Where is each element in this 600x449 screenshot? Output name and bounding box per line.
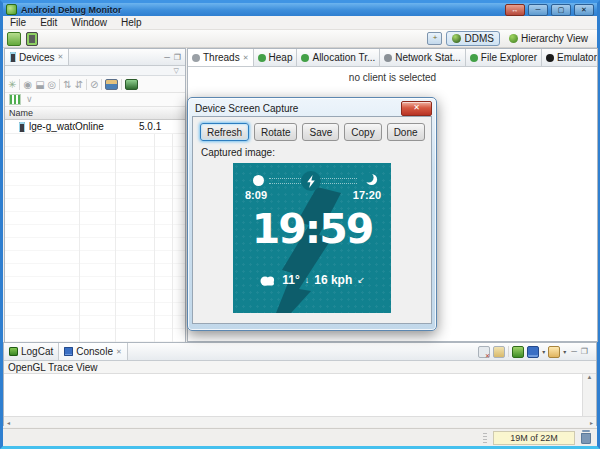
maximize-panel-icon[interactable]: ❐ <box>581 347 588 356</box>
tab-console[interactable]: Console ✕ <box>59 343 128 360</box>
console-panel: LogCat Console ✕ ▾ ▾ ─ ❐ <box>3 342 597 426</box>
update-heap-icon[interactable]: ◉ <box>23 79 32 90</box>
chevron-down-icon[interactable]: ▾ <box>542 348 545 355</box>
battery-charging-icon <box>301 171 321 191</box>
stop-process-icon[interactable]: ⊘ <box>90 79 98 90</box>
scroll-right-icon[interactable]: ▸ <box>590 419 593 426</box>
tab-devices[interactable]: Devices ✕ <box>5 49 69 65</box>
android-icon <box>470 54 478 62</box>
menu-file[interactable]: File <box>3 17 33 28</box>
window-title: Android Debug Monitor <box>21 5 121 15</box>
logcat-tab-label: LogCat <box>21 346 53 357</box>
android-icon <box>258 54 266 62</box>
view-menu-icon[interactable]: ▽ <box>174 66 179 75</box>
scroll-up-icon[interactable]: ▲ <box>587 374 593 380</box>
minimize-panel-icon[interactable]: ─ <box>571 347 577 356</box>
resize-button[interactable]: ↔ <box>505 4 525 16</box>
minimize-panel-icon[interactable]: ─ <box>164 53 170 62</box>
sun-icon <box>253 175 264 186</box>
debug-process-icon[interactable]: ✳ <box>8 79 16 90</box>
logcat-icon <box>9 347 18 356</box>
maximize-button[interactable]: ▢ <box>551 4 571 16</box>
tab-heap[interactable]: Heap <box>254 49 298 66</box>
pin-console-icon[interactable] <box>512 346 524 358</box>
dialog-title-bar[interactable]: Device Screen Capture ✕ <box>192 100 432 116</box>
method-profiling-icon[interactable]: ⇵ <box>75 79 83 90</box>
display-console-icon[interactable] <box>527 346 539 358</box>
hierarchy-view-icon <box>509 34 518 43</box>
tab-emulator-control[interactable]: Emulator Co... <box>542 49 597 66</box>
wifi-icon <box>384 54 392 62</box>
menu-edit[interactable]: Edit <box>33 17 64 28</box>
device-name: lge-g_watch-0 <box>29 121 75 132</box>
rotate-button[interactable]: Rotate <box>254 123 297 141</box>
device-screen-icon[interactable] <box>26 32 38 46</box>
tab-threads[interactable]: Threads ✕ <box>188 49 254 66</box>
hierarchy-view-button[interactable]: Hierarchy View <box>504 32 593 45</box>
devices-tab-label: Devices <box>19 52 55 63</box>
android-icon <box>301 54 309 62</box>
save-button[interactable]: Save <box>302 123 339 141</box>
close-button[interactable]: ✕ <box>574 4 594 16</box>
android-sdk-icon[interactable] <box>7 32 21 46</box>
open-console-icon[interactable] <box>548 346 560 358</box>
device-status: Online <box>75 121 139 132</box>
screen-capture-icon[interactable] <box>105 79 118 90</box>
horizontal-scrollbar[interactable]: ◂ ▸ <box>4 416 596 427</box>
refresh-button[interactable]: Refresh <box>200 123 249 141</box>
dialog-title: Device Screen Capture <box>195 103 298 114</box>
console-icon <box>64 347 73 356</box>
tab-file-explorer[interactable]: File Explorer <box>466 49 542 66</box>
clear-console-icon[interactable] <box>478 346 490 358</box>
threads-icon <box>192 54 200 62</box>
close-icon[interactable]: ✕ <box>243 54 249 62</box>
open-perspective-icon[interactable]: + <box>427 32 442 45</box>
temp-trend-arrow-icon: ↓ <box>305 275 310 285</box>
screen-record-icon[interactable] <box>125 79 138 90</box>
maximize-panel-icon[interactable]: ❐ <box>174 53 181 62</box>
console-output[interactable]: ▲ <box>4 374 596 416</box>
tab-label: Allocation Tr... <box>312 52 375 63</box>
tab-logcat[interactable]: LogCat <box>4 343 59 360</box>
chevron-down-icon[interactable]: ▾ <box>563 348 566 355</box>
console-toolbar: ▾ ▾ ─ ❐ <box>478 346 596 358</box>
device-row[interactable]: lge-g_watch-0 Online 5.0.1 <box>5 120 185 134</box>
update-threads-icon[interactable]: ⇅ <box>63 79 71 90</box>
wind-speed: 16 kph <box>314 273 352 287</box>
tab-label: File Explorer <box>481 52 537 63</box>
ddms-perspective-button[interactable]: DDMS <box>446 31 499 46</box>
vertical-scrollbar[interactable]: ▲ <box>582 374 596 416</box>
title-bar: Android Debug Monitor ↔ ─ ▢ ✕ <box>3 3 597 16</box>
cloud-icon <box>259 275 277 286</box>
captured-watch-image: 8:09 17:20 19:59 11°↓ 16 kph↙ <box>233 163 391 313</box>
devices-toolbar: ✳ ◉ ⬓ ◎ ⇅ ⇵ ⊘ <box>5 76 185 93</box>
devices-grid <box>5 134 185 364</box>
copy-button[interactable]: Copy <box>344 123 381 141</box>
expand-icon[interactable]: ∨ <box>26 95 33 104</box>
run-gc-trash-icon[interactable] <box>581 433 591 444</box>
tab-allocation-tracker[interactable]: Allocation Tr... <box>297 49 380 66</box>
scroll-left-icon[interactable]: ◂ <box>7 419 10 426</box>
close-icon[interactable]: ✕ <box>58 53 64 61</box>
cause-gc-icon[interactable]: ◎ <box>48 79 57 90</box>
scroll-lock-icon[interactable] <box>493 346 505 358</box>
column-header-name[interactable]: Name <box>9 108 33 118</box>
resize-grip <box>483 433 487 443</box>
tab-network-statistics[interactable]: Network Stat... <box>380 49 466 66</box>
view-columns-icon[interactable] <box>9 94 21 105</box>
menu-help[interactable]: Help <box>114 17 149 28</box>
menu-window[interactable]: Window <box>64 17 114 28</box>
dump-hprof-icon[interactable]: ⬓ <box>35 79 44 90</box>
watch-time: 19:59 <box>233 205 391 253</box>
close-icon[interactable]: ✕ <box>116 348 122 356</box>
dialog-close-button[interactable]: ✕ <box>401 101 432 116</box>
status-bar: 19M of 22M <box>3 428 597 446</box>
client-tab-bar: Threads ✕ Heap Allocation Tr... Network … <box>188 49 597 67</box>
heap-usage: 19M of 22M <box>493 431 575 445</box>
ddms-label: DDMS <box>464 33 493 44</box>
no-client-message: no client is selected <box>188 67 597 83</box>
captured-image-label: Captured image: <box>201 147 425 158</box>
minimize-button[interactable]: ─ <box>528 4 548 16</box>
ddms-icon <box>452 34 461 43</box>
done-button[interactable]: Done <box>387 123 425 141</box>
